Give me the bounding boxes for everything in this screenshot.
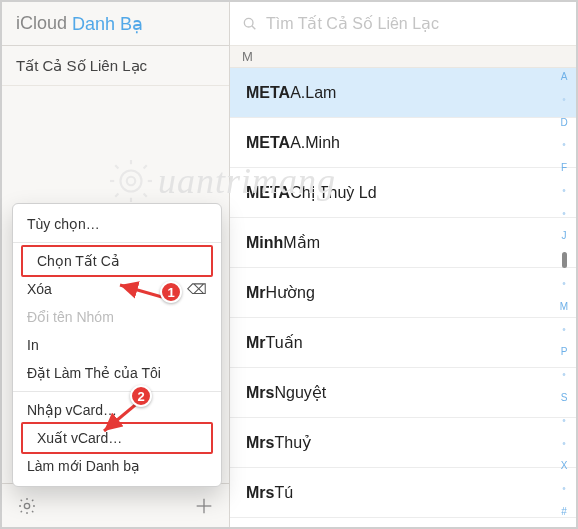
svg-point-5 — [244, 18, 253, 27]
index-dot[interactable]: • — [562, 138, 566, 152]
svg-line-6 — [252, 26, 255, 29]
section-header: M — [230, 46, 576, 68]
index-dot[interactable]: • — [562, 368, 566, 382]
delete-key-icon: ⌫ — [187, 281, 207, 297]
index-letter[interactable]: X — [561, 459, 568, 473]
contact-prefix: META — [246, 184, 290, 202]
sidebar-item-label: Tất Cả Số Liên Lạc — [16, 57, 147, 75]
menu-make-my-card[interactable]: Đặt Làm Thẻ của Tôi — [13, 359, 221, 387]
contact-prefix: Mrs — [246, 484, 274, 502]
search-input[interactable] — [266, 15, 564, 33]
index-letter[interactable]: # — [561, 505, 567, 519]
svg-point-2 — [24, 503, 29, 508]
index-letter[interactable]: P — [561, 345, 568, 359]
menu-select-all[interactable]: Chọn Tất Cả — [21, 245, 213, 277]
main-panel: M META A.LamMETA A.MinhMETA Chị Thuỳ LdM… — [230, 2, 576, 527]
sidebar-header: iCloud Danh Bạ — [2, 2, 229, 46]
annotation-badge-1: 1 — [160, 281, 182, 303]
contact-row[interactable]: META Chị Thuỳ Ld — [230, 168, 576, 218]
menu-import-vcard[interactable]: Nhập vCard… — [13, 396, 221, 424]
menu-preferences[interactable]: Tùy chọn… — [13, 210, 221, 238]
index-dot[interactable]: • — [562, 482, 566, 496]
contact-row[interactable]: Mrs Thuỷ — [230, 418, 576, 468]
index-dot[interactable]: • — [562, 437, 566, 451]
menu-export-vcard[interactable]: Xuất vCard… — [21, 422, 213, 454]
contact-row[interactable]: Minh Mầm — [230, 218, 576, 268]
index-dot[interactable]: • — [562, 207, 566, 221]
index-dot[interactable]: • — [562, 414, 566, 428]
index-letter[interactable]: D — [560, 116, 567, 130]
contact-row[interactable]: Mr Tuấn — [230, 318, 576, 368]
index-letter[interactable]: A — [561, 70, 568, 84]
index-letter[interactable]: J — [562, 229, 567, 243]
contact-name: Hường — [266, 283, 315, 302]
app-title-accent: Danh Bạ — [72, 13, 143, 35]
annotation-badge-2: 2 — [130, 385, 152, 407]
alpha-index-rail[interactable]: A•D•F••J•M•P•S••X•# — [556, 70, 572, 519]
index-letter[interactable]: S — [561, 391, 568, 405]
index-dot[interactable]: • — [562, 277, 566, 291]
app-title-prefix: iCloud — [16, 13, 67, 34]
menu-refresh-contacts[interactable]: Làm mới Danh bạ — [13, 452, 221, 480]
contact-name: Mầm — [283, 233, 320, 252]
menu-delete[interactable]: Xóa ⌫ — [13, 275, 221, 303]
contact-name: Tú — [274, 484, 293, 502]
contact-prefix: META — [246, 84, 290, 102]
contact-row[interactable]: Mrs Tú — [230, 468, 576, 518]
menu-separator — [13, 242, 221, 243]
index-dot[interactable]: • — [562, 93, 566, 107]
sidebar-item-all-contacts[interactable]: Tất Cả Số Liên Lạc — [2, 46, 229, 86]
contact-prefix: Mrs — [246, 384, 274, 402]
search-icon — [242, 16, 258, 32]
menu-print[interactable]: In — [13, 331, 221, 359]
menu-separator — [13, 391, 221, 392]
contact-prefix: Minh — [246, 234, 283, 252]
contact-row[interactable]: META A.Minh — [230, 118, 576, 168]
contact-name: A.Lam — [290, 84, 336, 102]
index-dot[interactable]: • — [562, 323, 566, 337]
contacts-list: META A.LamMETA A.MinhMETA Chị Thuỳ LdMin… — [230, 68, 576, 527]
gear-icon[interactable] — [12, 491, 42, 521]
sidebar: iCloud Danh Bạ Tất Cả Số Liên Lạc Tùy ch… — [2, 2, 230, 527]
index-letter[interactable]: M — [560, 300, 568, 314]
contact-name: Chị Thuỳ Ld — [290, 183, 376, 202]
contact-name: Nguyệt — [274, 383, 326, 402]
index-dot[interactable]: • — [562, 184, 566, 198]
menu-rename-group: Đổi tên Nhóm — [13, 303, 221, 331]
index-letter[interactable]: F — [561, 161, 567, 175]
contact-prefix: Mr — [246, 284, 266, 302]
contact-prefix: Mrs — [246, 434, 274, 452]
contact-prefix: META — [246, 134, 290, 152]
contact-row[interactable]: META A.Lam — [230, 68, 576, 118]
contact-name: Tuấn — [266, 333, 303, 352]
settings-context-menu: Tùy chọn… Chọn Tất Cả Xóa ⌫ Đổi tên Nhóm… — [12, 203, 222, 487]
contact-row[interactable]: Mrs Nguyệt — [230, 368, 576, 418]
contact-row[interactable]: Mr Hường — [230, 268, 576, 318]
contact-prefix: Mr — [246, 334, 266, 352]
sidebar-footer — [2, 483, 229, 527]
search-bar[interactable] — [230, 2, 576, 46]
plus-icon[interactable] — [189, 491, 219, 521]
contact-name: A.Minh — [290, 134, 340, 152]
contact-name: Thuỷ — [274, 433, 311, 452]
index-scroll-indicator[interactable] — [562, 252, 567, 268]
